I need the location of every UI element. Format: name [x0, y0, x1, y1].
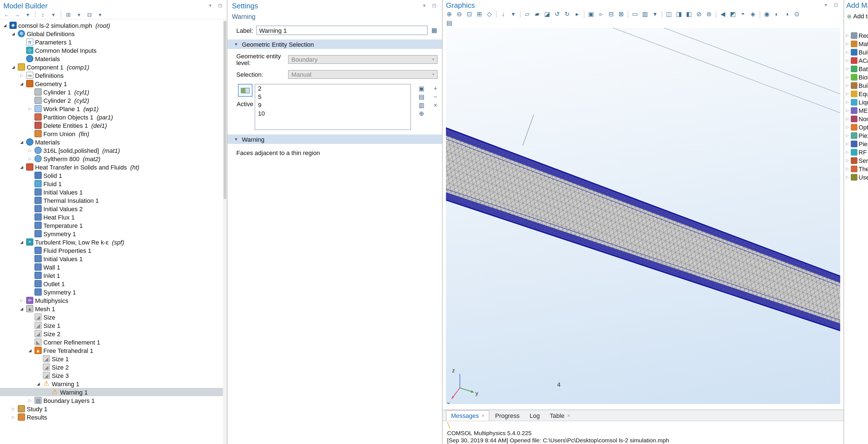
paste-selection-icon[interactable]: ▤: [417, 93, 425, 101]
expand-arrow-icon[interactable]: ▷: [845, 100, 850, 104]
tree-item[interactable]: Partition Objects 1(par1): [0, 113, 227, 121]
tree-item[interactable]: Initial Values 1: [0, 188, 227, 196]
panel-menu-icon[interactable]: ▾: [421, 2, 428, 9]
tree-item[interactable]: ▷≔Definitions: [0, 71, 227, 79]
expand-all-icon[interactable]: ⊞: [65, 11, 72, 18]
expand-menu-icon[interactable]: ▾: [75, 11, 82, 18]
zoom-extents-icon[interactable]: ⊡: [466, 10, 473, 18]
tree-item[interactable]: Outlet 1: [0, 279, 227, 288]
tree-item[interactable]: ◢Size 2: [0, 330, 227, 338]
expand-arrow-icon[interactable]: ▷: [27, 106, 33, 111]
selection-list-item[interactable]: 5: [255, 93, 410, 101]
clear-selection-icon[interactable]: ×: [432, 102, 439, 109]
tree-item[interactable]: ◢Materials: [0, 138, 227, 146]
expand-arrow-icon[interactable]: ▷: [27, 148, 33, 152]
view-front-icon[interactable]: ◩: [730, 10, 736, 18]
history-menu-icon[interactable]: ▾: [25, 11, 31, 18]
material-group[interactable]: ▷Optical: [844, 123, 868, 131]
geometric-entity-level-select[interactable]: Boundary: [288, 55, 438, 64]
add-to-selection-icon[interactable]: +: [432, 85, 439, 92]
collapse-arrow-icon[interactable]: ◢: [27, 348, 33, 352]
add-to-button[interactable]: ⊕ Add to: [844, 10, 868, 20]
plot-previous-icon[interactable]: ▭: [632, 10, 638, 18]
selection-list-item[interactable]: 10: [255, 109, 410, 118]
scene-light-icon[interactable]: ◉: [764, 10, 770, 18]
detach-panel-icon[interactable]: ⊡: [431, 2, 438, 9]
expand-arrow-icon[interactable]: ▷: [19, 298, 25, 303]
collapse-arrow-icon[interactable]: ◢: [10, 31, 16, 36]
image-snapshot-icon[interactable]: ▣: [588, 10, 594, 18]
graphics-canvas[interactable]: 4 z y x: [446, 28, 840, 404]
tab-messages[interactable]: Messages×: [446, 410, 490, 421]
collapse-arrow-icon[interactable]: ◢: [19, 81, 25, 86]
fullscreen-icon[interactable]: ⊠: [618, 10, 624, 18]
material-group[interactable]: ▷AC/DC: [844, 56, 868, 64]
move-menu-icon[interactable]: ▾: [50, 11, 57, 18]
copy-selection-icon[interactable]: ▥: [417, 102, 425, 109]
collapse-arrow-icon[interactable]: ◢: [2, 23, 8, 28]
tree-item[interactable]: Cylinder 1(cyl1): [0, 88, 227, 96]
expand-arrow-icon[interactable]: ▷: [845, 108, 850, 112]
expand-arrow-icon[interactable]: ▷: [845, 50, 850, 54]
tree-item[interactable]: ◢Size 1: [0, 354, 227, 363]
environment-reflection-icon[interactable]: ◑: [783, 10, 790, 18]
expand-arrow-icon[interactable]: ▷: [845, 175, 850, 179]
tree-item[interactable]: Fluid 1: [0, 179, 227, 188]
section-geometric-entity-selection[interactable]: Geometric Entity Selection: [227, 39, 442, 49]
expand-arrow-icon[interactable]: ▷: [845, 158, 850, 163]
print-icon[interactable]: ▤: [446, 20, 453, 27]
tree-item[interactable]: Initial Values 1: [0, 254, 227, 263]
material-group[interactable]: ▷Piezoresistivity: [844, 139, 868, 148]
collapse-arrow-icon[interactable]: ◢: [19, 165, 25, 169]
zoom-to-selection-icon[interactable]: ⊕: [417, 110, 425, 117]
selection-list[interactable]: 25910: [255, 84, 411, 130]
detach-panel-icon[interactable]: ⊡: [217, 2, 223, 9]
tree-item[interactable]: ▷Results: [0, 413, 227, 421]
collapse-all-icon[interactable]: ⊟: [86, 11, 93, 18]
tree-item[interactable]: ▷∞Multiphysics: [0, 296, 227, 305]
material-group[interactable]: ▷Batteries & Fuel Cells: [844, 64, 868, 73]
material-group[interactable]: ▷MEMS: [844, 106, 868, 114]
expand-arrow-icon[interactable]: ▷: [845, 66, 850, 71]
tree-item[interactable]: ◇Common Model Inputs: [0, 46, 227, 55]
tree-item[interactable]: Symmetry 1: [0, 288, 227, 296]
scrollbar-thumb[interactable]: [223, 21, 226, 199]
detach-panel-icon[interactable]: ⊡: [832, 2, 839, 9]
tree-item[interactable]: Form Union(fin): [0, 130, 227, 138]
material-group[interactable]: ▷User-Defined Library: [844, 173, 868, 181]
expand-arrow-icon[interactable]: ▷: [27, 157, 33, 161]
tree-item[interactable]: ◢Heat Transfer in Solids and Fluids(ht): [0, 163, 227, 171]
collapse-arrow-icon[interactable]: ◢: [19, 240, 25, 244]
expand-arrow-icon[interactable]: ▷: [845, 75, 850, 79]
tree-item[interactable]: Inlet 1: [0, 271, 227, 279]
rotate-counterclockwise-icon[interactable]: ↺: [554, 10, 560, 18]
expand-arrow-icon[interactable]: ▷: [845, 125, 850, 129]
tab-progress[interactable]: Progress: [491, 410, 524, 421]
expand-arrow-icon[interactable]: ▷: [27, 398, 33, 403]
view-top-icon[interactable]: ◓: [740, 10, 746, 18]
section-warning[interactable]: Warning: [227, 134, 442, 144]
material-group[interactable]: ▷Recent Materials: [844, 31, 868, 39]
tree-item[interactable]: Heat Flux 1: [0, 213, 227, 221]
selection-list-item[interactable]: 2: [255, 84, 410, 93]
expand-arrow-icon[interactable]: ▷: [10, 407, 16, 411]
tab-close-icon[interactable]: ×: [482, 413, 485, 418]
tree-item[interactable]: Temperature 1: [0, 221, 227, 230]
tree-item[interactable]: Symmetry 1: [0, 230, 227, 238]
tree-item[interactable]: Initial Values 2: [0, 204, 227, 213]
select-box-icon[interactable]: ◫: [665, 10, 672, 18]
tree-item[interactable]: ◢⚠Warning 1: [0, 380, 227, 388]
material-color-icon[interactable]: ◐: [773, 10, 780, 18]
expand-arrow-icon[interactable]: ▷: [845, 83, 850, 88]
view-xy-plane-icon[interactable]: ▱: [524, 10, 530, 18]
expand-arrow-icon[interactable]: ▷: [845, 116, 850, 121]
active-toggle-button[interactable]: [238, 84, 252, 97]
go-to-view-icon[interactable]: ↓: [500, 10, 506, 18]
tree-item[interactable]: ◢▲Free Tetrahedral 1: [0, 346, 227, 354]
tree-item[interactable]: ◢Size 2: [0, 363, 227, 371]
tab-table[interactable]: Table×: [546, 410, 575, 421]
tree-item[interactable]: ◢⊕Global Definitions: [0, 29, 227, 38]
view-menu-icon[interactable]: ▾: [510, 10, 517, 18]
material-group[interactable]: ▷Thermoelectric: [844, 165, 868, 173]
expand-arrow-icon[interactable]: ▷: [845, 141, 850, 146]
